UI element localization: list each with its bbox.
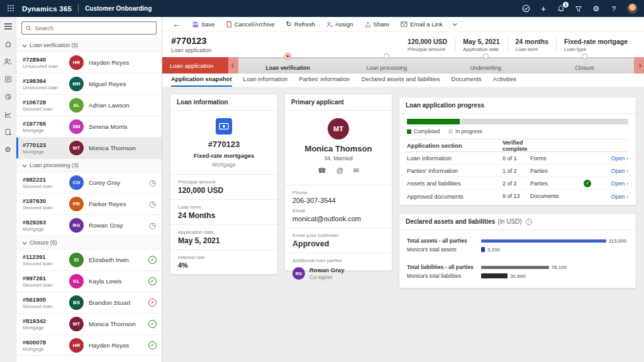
list-item[interactable]: #728940Unsecured loan HR Hayden Reyes (16, 52, 162, 73)
group-header-loan-verification[interactable]: Loan verification (5) (16, 38, 162, 52)
applicant-demographics: 34, Married (291, 155, 386, 162)
settings-gear-icon[interactable]: ⚙ (4, 145, 12, 153)
content-area: Loan information #770123 Fixed-rate mort… (162, 87, 644, 362)
bpf-stage-loan-processing[interactable]: Loan processing (337, 57, 436, 74)
list-item[interactable]: #197630Secured loan PR Parker Reyes ◷ (16, 193, 162, 214)
list-item[interactable]: #112391Secured loan EI Elizabeth Irwin ✓ (16, 249, 162, 270)
bpf-stage-closure[interactable]: Closure (535, 57, 634, 74)
clipboard-add-icon[interactable] (4, 128, 12, 136)
list-item[interactable]: #600078Mortgage HR Hayden Reyes ✓ (16, 334, 162, 356)
refresh-icon: ↻ (286, 20, 292, 28)
header-field-loan-type: Fixed-rate mortgage Loan type (556, 38, 635, 52)
avatar: BS (69, 295, 84, 310)
card-title: Loan information (170, 94, 277, 111)
notification-badge: 1 (563, 2, 569, 8)
mail-icon[interactable]: ✉ (353, 167, 359, 175)
approved-check-icon: ✓ (148, 320, 157, 328)
email-link-button[interactable]: Email a Link (396, 19, 447, 30)
open-link[interactable]: Open › (611, 194, 628, 200)
stage-dot-icon (384, 53, 389, 59)
waffle-menu-icon[interactable] (8, 5, 14, 12)
tab-activities[interactable]: Activities (493, 75, 516, 87)
bpf-stage-loan-verification[interactable]: Loan verification (238, 57, 337, 74)
save-button[interactable]: Save (188, 19, 219, 30)
list-item[interactable]: #561900Secured loan BS Brandon Stuart × (16, 292, 162, 313)
share-button[interactable]: Share (360, 19, 394, 30)
approved-check-icon: ✓ (148, 341, 157, 349)
bar-row-total-assets: Total assets - all parties 113,000 (407, 238, 628, 244)
tab-parties-information[interactable]: Parties' information (299, 75, 350, 87)
cancel-archive-button[interactable]: Cancel/Archive (222, 19, 279, 30)
search-input[interactable] (35, 25, 152, 31)
app-name[interactable]: Customer Onboarding (85, 5, 152, 12)
list-item[interactable]: #106728Secured loan AL Adrian Lawson (16, 94, 162, 116)
bpf-stage-box-loan-application[interactable]: Loan application (162, 57, 228, 74)
list-item[interactable]: #997261Secured loan KL Kayla Lewis ✓ (16, 270, 162, 292)
card-title: Primary applicant (285, 94, 392, 111)
open-link[interactable]: Open › (611, 155, 628, 162)
line-chart-icon[interactable] (4, 110, 12, 118)
card-primary-applicant: Primary applicant MT Monica Thomson 34, … (284, 94, 392, 271)
group-header-loan-processing[interactable]: Loan processing (3) (16, 158, 162, 172)
home-icon[interactable] (4, 40, 12, 48)
plus-icon[interactable]: + (539, 4, 548, 13)
list-item[interactable]: #819342Mortgage MT Monica Thomson ✓ (16, 313, 162, 334)
insights-donut-icon[interactable] (4, 92, 12, 101)
bpf-previous-arrow[interactable] (228, 57, 238, 74)
tab-declared-assets-liabilities[interactable]: Declared assets and liabilities (361, 75, 440, 87)
list-item-selected[interactable]: #770123Mortgage MT Monica Thomson (16, 137, 162, 158)
open-link[interactable]: Open › (611, 168, 628, 174)
open-link[interactable]: Open › (611, 180, 628, 187)
refresh-button[interactable]: ↻ Refresh (282, 18, 319, 30)
field-interest-rate: Interest rate 4% (170, 250, 277, 273)
filter-icon[interactable] (574, 4, 583, 13)
additional-loan-parties: Additional loan parties RG Rowan Gray Co… (285, 253, 392, 285)
phone-icon[interactable]: ☎ (318, 167, 326, 175)
progress-table-header: Application section Verified complete (407, 140, 628, 152)
contacts-icon[interactable] (4, 57, 12, 65)
legend-swatch (407, 129, 411, 134)
list-item[interactable]: #829263Mortgage RG Rowan Gray ◷ (16, 214, 162, 236)
top-app-bar: Dynamics 365 Customer Onboarding + 1 ⚙ ? (0, 0, 644, 17)
chevron-down-icon (23, 163, 27, 167)
search-box[interactable] (21, 21, 157, 35)
avatar: MT (69, 141, 84, 155)
tab-loan-information[interactable]: Loan information (243, 75, 288, 87)
more-commands-button[interactable] (450, 21, 459, 28)
gear-icon[interactable]: ⚙ (592, 4, 601, 13)
back-button[interactable]: ← (167, 19, 186, 29)
bar-value: 3,200 (487, 247, 500, 253)
group-header-closure[interactable]: Closure (5) (16, 236, 162, 249)
header-field-application-date: May 5, 2021 Application date (455, 38, 507, 52)
tab-documents[interactable]: Documents (452, 75, 482, 87)
at-sign-icon[interactable]: @ (336, 167, 343, 175)
bpf-next-arrow[interactable] (634, 57, 644, 74)
hamburger-menu-icon[interactable] (4, 22, 12, 30)
user-avatar[interactable] (627, 3, 638, 14)
assign-button[interactable]: Assign (322, 19, 358, 30)
search-icon (26, 25, 31, 31)
avatar: SM (69, 119, 84, 134)
check-circle-icon[interactable] (521, 4, 530, 13)
field-kyc: Know your customer Approved (285, 228, 392, 253)
chevron-down-icon (23, 240, 27, 244)
bpf-stage-underwriting[interactable]: Underwriting (436, 57, 535, 74)
pending-clock-icon: ◷ (148, 178, 157, 187)
bell-icon[interactable]: 1 (557, 4, 565, 13)
list-item[interactable]: #982221Secured loan CG Corey Gray ◷ (16, 172, 162, 193)
info-icon[interactable]: i (526, 219, 532, 225)
field-phone: Phone 206-307-3544 (285, 185, 392, 207)
loan-party-row[interactable]: RG Rowan Gray Co-signer (292, 266, 384, 280)
tab-application-snapshot[interactable]: Application snapshot (171, 75, 232, 87)
card-declared-assets-liabilities: Declared assets and liabilities (in USD)… (399, 213, 636, 288)
chevron-down-icon (452, 21, 457, 26)
list-item[interactable]: #197765Mortgage SM Serena Morris (16, 116, 162, 137)
bar-value: 30,600 (510, 273, 525, 279)
progress-row-approved-documents: Approved documents 9 of 13 Documents Ope… (407, 190, 628, 202)
list-item[interactable]: #198364Unsecured loan MR Miguel Reyes (16, 73, 162, 94)
kyc-status: Approved (292, 239, 384, 248)
records-book-icon[interactable] (4, 75, 12, 83)
help-icon[interactable]: ? (609, 4, 618, 13)
card-subtitle: (in USD) (497, 218, 521, 225)
bar (481, 266, 549, 269)
